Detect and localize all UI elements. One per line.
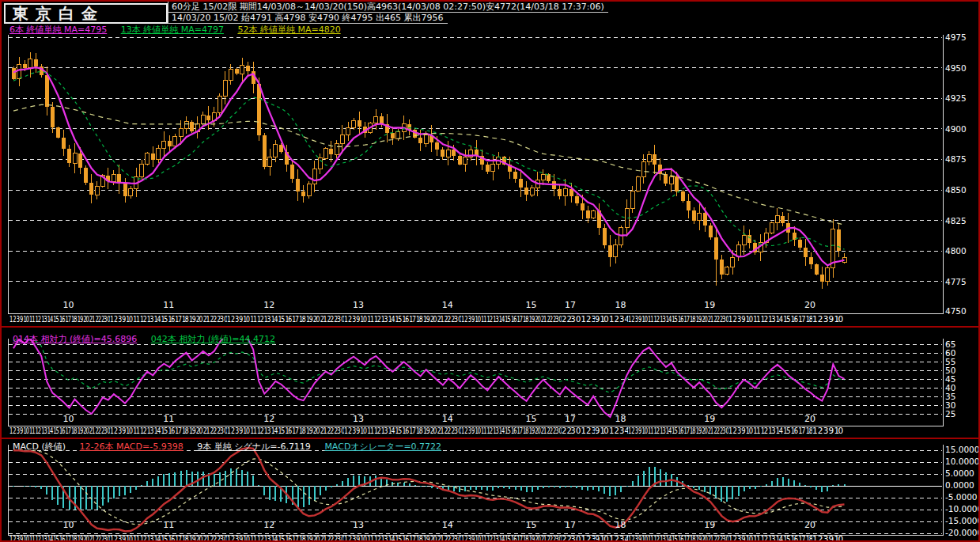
y-axis-tick: 4875 [945, 154, 967, 164]
x-axis-day-label: 13 [353, 414, 364, 424]
x-axis-day-label: 12 [263, 300, 274, 310]
x-axis-day-label: 14 [442, 414, 453, 424]
y-axis-tick: 5.0000 [945, 468, 974, 478]
chart-info-line1: 60分足 15/02限 期間14/03/08～14/03/20(150)高496… [168, 2, 608, 13]
y-axis-tick: 4750 [945, 306, 967, 316]
rsi-chart[interactable] [8, 339, 944, 426]
macd-value-label: 12-26本 MACD=-5.9398 [80, 442, 184, 452]
x-axis-day-label: 14 [442, 300, 453, 310]
y-axis-tick: 4950 [945, 63, 967, 73]
x-axis-day-label: 20 [804, 414, 815, 424]
x-axis-day-label: 18 [615, 520, 626, 530]
panel-separator [2, 326, 978, 328]
x-axis-day-label: 15 [526, 414, 537, 424]
y-axis-tick: 4900 [945, 124, 967, 134]
x-axis-day-label: 18 [615, 414, 626, 424]
y-axis-tick: 4825 [945, 216, 967, 226]
rsi14-legend-label: 014本 相対力 (終値)=45.6896 [13, 334, 137, 344]
x-axis-day-label: 15 [526, 300, 537, 310]
x-axis-day-label: 15 [526, 520, 537, 530]
macd-legend: MACD (終値) 12-26本 MACD=-5.9398 9本 単純 シグナル… [13, 441, 452, 453]
y-axis-tick: 4850 [945, 185, 967, 195]
x-axis-day-label: 13 [353, 300, 364, 310]
y-axis-tick: 4800 [945, 246, 967, 256]
y-axis-tick: 4775 [945, 277, 967, 286]
instrument-title: 東京白金 [4, 3, 168, 24]
chart-info-line2: 14/03/20 15/02 始4791 高4798 安4790 終4795 出… [168, 13, 448, 24]
rsi42-legend-label: 042本 相対力 (終値)=44.4712 [151, 334, 275, 344]
y-axis-tick: -20.0000 [945, 528, 980, 537]
x-axis-day-label: 17 [565, 520, 576, 530]
y-axis-tick: 10.0000 [945, 457, 979, 466]
x-axis-day-label: 18 [615, 300, 626, 310]
y-axis-tick: 15.0000 [945, 445, 979, 454]
x-axis-day-label: 13 [353, 520, 364, 530]
y-axis-tick: 4925 [945, 93, 967, 103]
x-axis-day-label: 11 [163, 300, 174, 310]
ma52-legend-label: 52本 終値単純 MA=4820 [237, 25, 340, 35]
ma-legend: 6本 終値単純 MA=4795 13本 終値単純 MA=4797 52本 終値単… [9, 24, 352, 36]
x-axis-day-label: 12 [263, 520, 274, 530]
y-axis-tick: 4975 [945, 32, 967, 42]
x-axis-day-label: 20 [804, 520, 815, 530]
x-axis-day-label: 17 [565, 414, 576, 424]
x-axis-day-label: 19 [704, 300, 715, 310]
candlestick-chart[interactable] [8, 35, 944, 314]
chart-header: 60分足 15/02限 期間14/03/08～14/03/20(150)高496… [168, 2, 608, 24]
ma13-legend-label: 13本 終値単純 MA=4797 [121, 25, 224, 35]
y-axis-tick: -15.0000 [945, 516, 980, 525]
x-axis-day-label: 19 [704, 414, 715, 424]
y-axis-tick: -5.0000 [945, 492, 978, 502]
x-axis-hours-row: 1 2 3 9 10 11 12 13 14 15 16 17 18 19 20… [9, 426, 856, 437]
macd-oscillator-label: MACDオシレーター=0.7722 [324, 442, 441, 452]
x-axis-day-label: 19 [704, 520, 715, 530]
x-axis-day-label: 17 [565, 300, 576, 310]
rsi-legend: 014本 相対力 (終値)=45.6896 042本 相対力 (終値)=44.4… [13, 333, 286, 345]
macd-chart[interactable] [8, 445, 944, 536]
x-axis-day-label: 12 [263, 414, 274, 424]
chart-app-window: 東京白金 60分足 15/02限 期間14/03/08～14/03/20(150… [0, 0, 980, 542]
x-axis-day-label: 10 [62, 520, 74, 530]
x-axis-day-label: 10 [62, 414, 74, 424]
x-axis-hours-row: 1 2 3 9 10 11 12 13 14 15 16 17 18 19 20… [9, 315, 856, 325]
macd-name-label: MACD (終値) [13, 442, 66, 452]
x-axis-day-label: 10 [62, 300, 74, 310]
y-axis-tick: 0.0000 [945, 480, 974, 490]
x-axis-day-label: 11 [163, 520, 174, 530]
y-axis-tick: 25 [945, 409, 955, 419]
macd-signal-label: 9本 単純 シグナル=-6.7119 [197, 442, 311, 452]
x-axis-day-label: 11 [163, 414, 174, 424]
y-axis-tick: -10.0000 [945, 504, 980, 514]
x-axis-hours-row: 1 2 3 9 10 11 12 13 14 15 16 17 18 19 20… [9, 535, 856, 542]
x-axis-day-label: 20 [804, 300, 815, 310]
ma6-legend-label: 6本 終値単純 MA=4795 [9, 25, 107, 35]
panel-separator [2, 438, 978, 439]
x-axis-day-label: 14 [442, 520, 453, 530]
